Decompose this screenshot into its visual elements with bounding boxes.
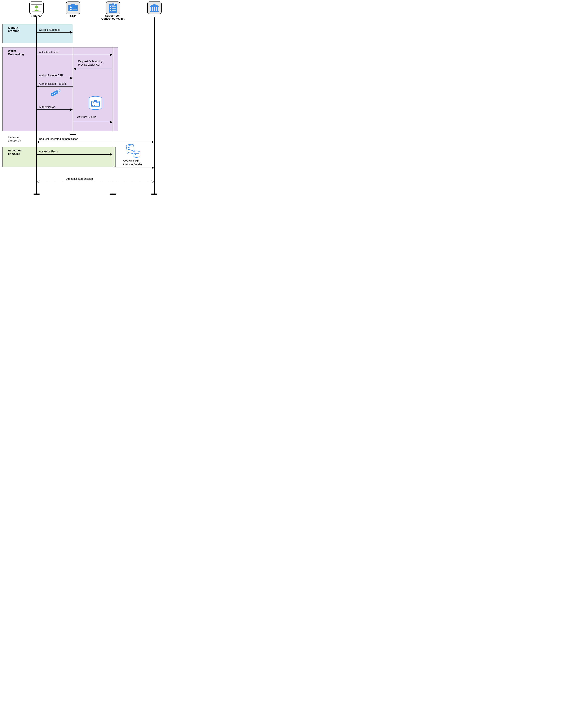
svg-rect-17	[110, 6, 111, 7]
msg-assertion-1: Assertion with	[123, 159, 140, 162]
phase-activation-label-1: Activation	[8, 149, 21, 152]
phase-federated-label-2: transaction	[8, 139, 21, 142]
person-head-icon	[35, 5, 38, 8]
svg-rect-24	[151, 7, 152, 11]
svg-rect-21	[110, 10, 111, 11]
actor-rp: RP	[147, 2, 161, 17]
phase-federated-label-1: Federated	[8, 136, 20, 139]
sequence-diagram: Subject CSP Subscriber- Controlled Walle…	[0, 0, 169, 203]
msg-authenticate-to-csp: Authenticate to CSP	[39, 74, 63, 77]
attribute-bundle-icon	[89, 96, 102, 110]
phase-activation-label-2: of Wallet	[8, 152, 20, 155]
svg-rect-28	[150, 11, 159, 12]
actor-csp: CSP	[66, 2, 80, 17]
msg-authenticated-session: Authenticated Session	[66, 177, 93, 180]
svg-rect-22	[112, 10, 115, 11]
svg-point-10	[70, 6, 71, 8]
svg-rect-19	[110, 8, 111, 9]
msg-request-federated-auth: Request federated authentication	[39, 138, 78, 140]
svg-rect-9	[71, 4, 75, 6]
msg-authenticator: Authenticator	[39, 106, 55, 108]
msg-request-onboarding-2: Provide Wallet Key	[78, 63, 100, 66]
actor-csp-label: CSP	[70, 14, 76, 17]
svg-rect-18	[112, 6, 115, 7]
svg-point-5	[33, 4, 34, 4]
actor-wallet-label-1: Subscriber-	[105, 14, 121, 17]
svg-point-50	[135, 154, 136, 155]
svg-rect-11	[73, 7, 77, 7]
actor-wallet: Subscriber- Controlled Wallet	[101, 2, 125, 20]
phase-identity-proofing-label-1: Identity	[8, 26, 18, 29]
svg-rect-13	[73, 9, 77, 9]
actor-subject-label: Subject	[32, 14, 42, 17]
phase-identity-proofing-label-2: proofing	[8, 30, 19, 33]
msg-authentication-request: Authentication Request	[39, 82, 66, 85]
svg-point-4	[32, 4, 33, 4]
assertion-cylinder-icon	[133, 151, 140, 157]
msg-activation-factor: Activation Factor	[39, 51, 59, 54]
svg-rect-37	[94, 100, 97, 102]
svg-rect-26	[155, 7, 156, 11]
msg-request-onboarding-1: Request Onboarding,	[78, 60, 103, 63]
phase-wallet-onboarding-label-1: Wallet	[8, 49, 16, 52]
clipboard-icon	[109, 3, 117, 13]
svg-rect-20	[112, 8, 115, 9]
actor-subject: Subject	[30, 2, 44, 17]
svg-rect-12	[73, 8, 77, 8]
svg-point-6	[34, 4, 35, 4]
svg-rect-25	[153, 7, 154, 11]
phase-wallet-onboarding-label-2: Onboarding	[8, 53, 24, 56]
actor-rp-label: RP	[152, 14, 156, 17]
id-card-icon	[68, 4, 78, 11]
msg-attribute-bundle: Attribute Bundle	[77, 115, 96, 119]
svg-rect-27	[157, 7, 158, 11]
msg-activation-factor2: Activation Factor	[39, 150, 59, 153]
svg-rect-16	[111, 3, 114, 5]
msg-collects-attributes: Collects Attributes	[39, 29, 60, 31]
msg-assertion-2: Attribute Bundle	[123, 163, 142, 166]
actor-wallet-label-2: Controlled Wallet	[101, 17, 125, 20]
